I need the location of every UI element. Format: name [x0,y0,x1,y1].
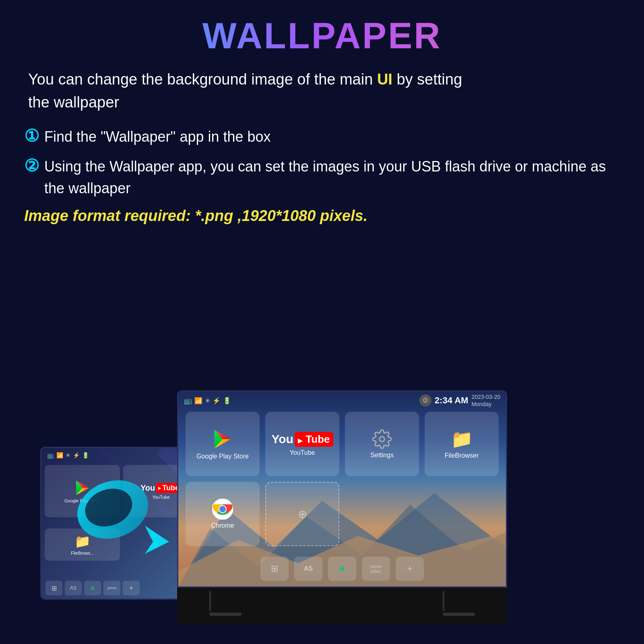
bluetooth-icon: ✳ [66,452,70,458]
big-yt-label: YouTube [290,449,315,456]
big-yt-logo: You ▶ Tube [271,432,333,447]
tv-left-base [209,613,242,616]
small-dock-prime: prime [103,581,120,595]
big-dock-plus: + [396,557,424,581]
big-filebrowser-tile: 📁 FileBrowser [425,412,499,476]
big-dock-prime: primevideo [362,557,390,581]
svg-marker-22 [145,526,169,554]
svg-point-20 [219,506,226,512]
tv-screens-container: 📺 📶 ✳ ⚡ 🔋 ⚙ 2:34 AM 2023-03-20 Monday [40,274,644,624]
big-tv-body: 📺 📶 ✳ ⚡ 🔋 ⚙ 2:34 AM 2023-03-20 Monday [177,390,507,624]
big-status-bar: 📺 📶 ✳ ⚡ 🔋 ⚙ 2:34 AM 2023-03-20 Monday [178,392,506,409]
tv-right-base [443,613,475,616]
big-screen-icon: 📺 [184,397,192,405]
big-app-grid: Google Play Store You ▶ Tube YouTube [186,412,499,546]
big-gear-icon: ⚙ [419,394,431,407]
big-settings-icon [372,429,392,449]
tv-left-leg [209,591,211,611]
big-bottom-dock: ⊞ AS A primevideo + [186,557,499,581]
big-status-date: 2023-03-20 Monday [471,393,500,408]
description-text: You can change the background image of t… [24,68,620,114]
small-dock-a: A [84,581,101,595]
big-dock-as: AS [294,557,322,581]
big-tv-screen: 📺 📶 ✳ ⚡ 🔋 ⚙ 2:34 AM 2023-03-20 Monday [177,390,507,588]
big-chrome-label: Chrome [211,522,234,529]
big-status-right: ⚙ 2:34 AM 2023-03-20 Monday [419,393,500,408]
big-wifi-icon: 📶 [194,397,202,405]
big-chrome-tile: Chrome [186,482,260,546]
big-chrome-icon [212,499,233,520]
big-bt-icon: ✳ [205,397,210,405]
screen-icon: 📺 [47,452,54,458]
big-settings-tile: Settings [345,412,419,476]
arrow-container [64,461,177,568]
big-tv-wrapper: 📺 📶 ✳ ⚡ 🔋 ⚙ 2:34 AM 2023-03-20 Monday [177,390,507,624]
small-dock-grid: ⊞ [45,581,62,595]
big-add-icon: ⊕ [298,508,307,521]
big-filebrowser-icon: 📁 [451,429,473,450]
big-play-store-tile: Google Play Store [186,412,260,476]
big-play-store-label: Google Play Store [196,453,249,460]
step-1: ① Find the "Wallpaper" app in the box [24,126,620,148]
big-settings-label: Settings [370,452,394,459]
big-usb-icon: ⚡ [213,397,221,405]
small-status-left: 📺 📶 ✳ ⚡ 🔋 [47,452,89,458]
main-content: WALLPAPER You can change the background … [0,0,644,245]
step-2: ② Using the Wallpaper app, you can set t… [24,156,620,199]
big-status-left: 📺 📶 ✳ ⚡ 🔋 [184,397,231,405]
small-dock-plus: + [123,581,140,595]
big-battery-icon: 🔋 [223,397,231,405]
format-note: Image format required: *.png ,1920*1080 … [24,207,620,225]
big-filebrowser-label: FileBrowser [445,452,479,459]
big-play-store-icon [211,428,234,450]
usb-icon: ⚡ [73,452,80,458]
big-dock-a: A [328,557,356,581]
wifi-icon: 📶 [56,452,63,458]
small-dock-as: AS [65,581,82,595]
big-dock-grid: ⊞ [260,557,289,581]
big-youtube-tile: You ▶ Tube YouTube [265,412,339,476]
cyan-arrow [64,461,177,566]
tv-stand [177,591,507,616]
page-title: WALLPAPER [24,16,620,56]
battery-icon: 🔋 [82,452,89,458]
tv-right-leg [443,591,444,611]
big-add-tile[interactable]: ⊕ [265,482,339,546]
